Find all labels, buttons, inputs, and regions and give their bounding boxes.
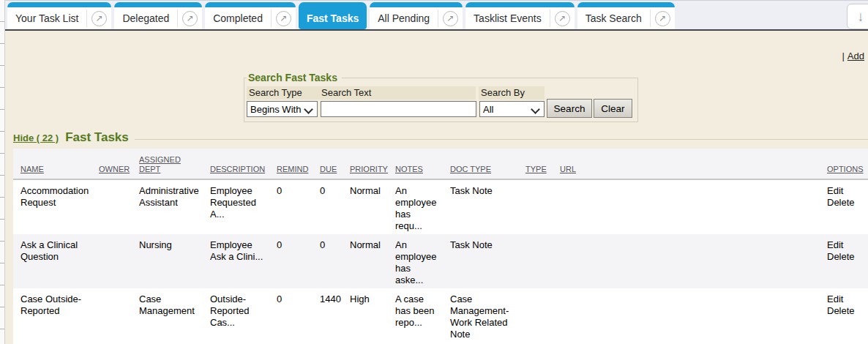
cell-notes: An employee has requ... (395, 185, 450, 232)
tab-bar: Your Task List ↗ Delegated ↗ Completed ↗… (5, 0, 868, 31)
popout-icon[interactable]: ↗ (91, 11, 107, 26)
popout-icon[interactable]: ↗ (182, 11, 198, 26)
cell-description: Employee Ask a Clini... (210, 239, 277, 286)
popout-icon[interactable]: ↗ (555, 11, 570, 26)
search-text-label: Search Text (319, 86, 476, 100)
tab-all-pending[interactable]: All Pending ↗ (370, 2, 463, 29)
fast-tasks-section-header: Hide ( 22 ) Fast Tasks (13, 130, 868, 145)
edit-link[interactable]: Edit (827, 239, 859, 251)
cell-url (560, 239, 827, 286)
table-header-row: NAME OWNER ASSIGNED DEPT DESCRIPTION REM… (13, 149, 868, 180)
section-title: Fast Tasks (65, 130, 129, 145)
edit-link[interactable]: Edit (827, 293, 859, 305)
cell-description: Outside-Reported Cas... (210, 293, 277, 340)
cell-name: Case Outside-Reported (20, 293, 99, 340)
cell-assigned-dept: Nursing (139, 239, 210, 286)
cell-type (525, 185, 560, 232)
tab-label: Task Search (577, 12, 650, 24)
tab-divider (271, 10, 272, 27)
tab-fast-tasks[interactable]: Fast Tasks (299, 2, 367, 29)
col-header-priority[interactable]: PRIORITY (350, 165, 395, 174)
tab-label: All Pending (370, 12, 438, 24)
tab-your-task-list[interactable]: Your Task List ↗ (7, 2, 111, 29)
cell-name: Ask a Clinical Question (20, 239, 99, 286)
col-header-url[interactable]: URL (560, 165, 827, 174)
cell-type (525, 239, 560, 286)
cell-type (525, 293, 560, 340)
col-header-description[interactable]: DESCRIPTION (210, 165, 277, 174)
popout-icon[interactable]: ↗ (443, 11, 458, 26)
fast-tasks-table: NAME OWNER ASSIGNED DEPT DESCRIPTION REM… (13, 149, 868, 344)
clear-button[interactable]: Clear (594, 99, 632, 118)
col-header-notes[interactable]: NOTES (395, 165, 450, 174)
cell-due: 0 (320, 185, 350, 232)
col-header-name[interactable]: NAME (20, 165, 99, 174)
section-rule (135, 139, 868, 140)
search-by-label: Search By (479, 86, 545, 100)
cell-description: Employee Requested A... (210, 185, 277, 232)
cell-due: 1440 (320, 293, 350, 340)
down-arrow-icon: ↓ (857, 9, 864, 25)
tab-task-search[interactable]: Task Search ↗ (577, 2, 675, 29)
add-divider: | (842, 51, 844, 61)
search-by-selected-value: All (483, 104, 493, 115)
tab-delegated[interactable]: Delegated ↗ (114, 2, 202, 29)
tab-completed[interactable]: Completed ↗ (205, 2, 296, 29)
table-row: Case Outside-Reported Case Management Ou… (13, 288, 868, 343)
hide-count-link[interactable]: Hide ( 22 ) (13, 132, 59, 143)
delete-link[interactable]: Delete (827, 251, 859, 263)
delete-link[interactable]: Delete (827, 197, 859, 209)
col-header-doc-type[interactable]: DOC TYPE (450, 165, 525, 174)
cell-notes: A case has been repo... (395, 293, 450, 340)
cell-priority: High (350, 293, 395, 340)
search-type-select[interactable]: Begins With (247, 101, 318, 117)
cell-priority: Normal (350, 185, 395, 232)
edit-link[interactable]: Edit (827, 185, 859, 197)
cell-url (560, 185, 827, 232)
search-labels-row: Search Type Search Text Search By (247, 86, 633, 100)
col-header-assigned-dept[interactable]: ASSIGNED DEPT (139, 155, 210, 174)
tab-label: Completed (205, 12, 271, 24)
search-fast-tasks-panel: Search Fast Tasks Search Type Search Tex… (244, 72, 638, 122)
cell-remind: 0 (277, 293, 320, 340)
cell-owner (99, 239, 139, 286)
search-by-select[interactable]: All (479, 101, 545, 117)
tab-divider (177, 10, 178, 27)
cell-doc-type: Case Management-Work Related Note (450, 293, 525, 340)
popout-icon[interactable]: ↗ (276, 11, 291, 26)
col-header-options[interactable]: OPTIONS (827, 165, 868, 174)
cell-owner (99, 185, 139, 232)
cell-priority: Normal (350, 239, 395, 286)
search-button[interactable]: Search (547, 99, 592, 118)
tab-tasklist-events[interactable]: Tasklist Events ↗ (465, 2, 575, 29)
cell-name: Accommodation Request (20, 185, 99, 232)
tab-divider (550, 10, 550, 27)
add-row: |Add (842, 51, 864, 61)
table-row: Ask a Clinical Question Nursing Employee… (13, 234, 868, 288)
search-type-label: Search Type (247, 86, 319, 100)
col-header-type[interactable]: TYPE (525, 165, 560, 174)
tab-divider (438, 10, 438, 27)
add-link[interactable]: Add (848, 51, 864, 61)
cell-assigned-dept: Case Management (139, 293, 210, 340)
tab-divider (650, 10, 651, 27)
delete-link[interactable]: Delete (827, 305, 859, 317)
popout-icon[interactable]: ↗ (655, 11, 670, 26)
cell-options: Edit Delete (827, 185, 868, 232)
cell-options: Edit Delete (827, 293, 868, 340)
cell-assigned-dept: Administrative Assistant (139, 185, 210, 232)
cell-options: Edit Delete (827, 239, 868, 286)
search-text-input[interactable] (321, 101, 476, 117)
cell-doc-type: Task Note (450, 239, 525, 286)
search-type-selected-value: Begins With (250, 104, 301, 115)
table-row: Accommodation Request Administrative Ass… (13, 180, 868, 234)
tab-label: Fast Tasks (299, 12, 367, 24)
col-header-due[interactable]: DUE (320, 165, 350, 174)
col-header-remind[interactable]: REMIND (277, 165, 320, 174)
tab-label: Your Task List (7, 12, 86, 24)
col-header-owner[interactable]: OWNER (99, 165, 139, 174)
cell-doc-type: Task Note (450, 185, 525, 232)
cell-owner (99, 293, 139, 340)
scroll-down-button[interactable]: ↓ (847, 4, 868, 29)
left-ruler-strip (0, 0, 5, 344)
